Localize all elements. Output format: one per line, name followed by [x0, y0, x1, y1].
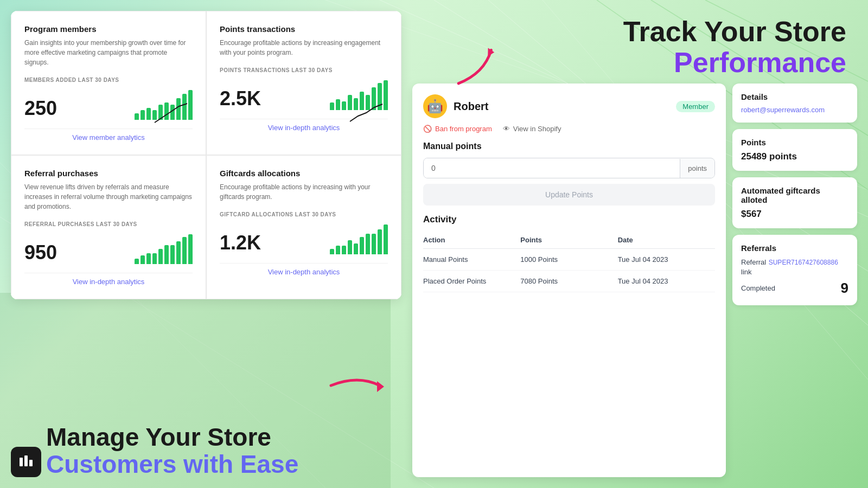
referral-purchases-card: Referral purchases View revenue lifts dr… — [11, 155, 206, 299]
bar — [378, 229, 382, 254]
bar — [366, 234, 370, 254]
giftcards-title: Giftcards allocations — [220, 169, 388, 178]
member-header: 🤖 Robert Member — [423, 94, 715, 118]
activity-col-date: Date — [618, 236, 715, 244]
referral-metric-label: REFERRAL PURCHASES LAST 30 DAYS — [24, 221, 193, 227]
bar — [141, 255, 145, 264]
program-members-metric-label: MEMBERS ADDED LAST 30 DAYS — [24, 77, 193, 83]
manual-points-section: Manual points points Update Points — [423, 142, 715, 206]
activity-table-header: Action Points Date — [423, 232, 715, 249]
view-in-shopify-button[interactable]: 👁 View in Shopify — [503, 125, 561, 133]
details-email: robert@superrewards.com — [741, 106, 848, 114]
referral-purchases-description: View revenue lifts driven by referrals a… — [24, 182, 193, 211]
points-card-title: Points — [741, 138, 848, 147]
svg-rect-15 — [29, 460, 33, 466]
bar — [164, 245, 169, 264]
manual-points-title: Manual points — [423, 142, 715, 151]
activity-date-1: Tue Jul 04 2023 — [618, 255, 715, 264]
details-sidebar: Details robert@superrewards.com Points 2… — [732, 84, 857, 477]
activity-row-1: Manual Points 1000 Points Tue Jul 04 202… — [423, 249, 715, 271]
giftcards-alloted-value: $567 — [741, 209, 848, 220]
bar — [182, 237, 187, 264]
activity-section: Activity Action Points Date Manual Point… — [423, 214, 715, 292]
svg-rect-14 — [24, 455, 28, 466]
bar — [360, 237, 364, 254]
activity-row-2: Placed Order Points 7080 Points Tue Jul … — [423, 271, 715, 292]
details-card: Details robert@superrewards.com — [732, 84, 857, 123]
program-members-title: Program members — [24, 24, 193, 34]
activity-action-1: Manual Points — [423, 255, 520, 264]
ban-icon: 🚫 — [423, 125, 432, 133]
points-transactions-value: 2.5K — [220, 87, 261, 110]
bar — [336, 246, 340, 254]
view-giftcards-analytics-link[interactable]: View in-depth analytics — [220, 263, 388, 276]
bar — [354, 243, 358, 254]
activity-title: Activity — [423, 214, 715, 225]
bar — [188, 234, 193, 264]
points-transactions-title: Points transactions — [220, 24, 388, 34]
ban-label: Ban from program — [435, 125, 492, 133]
activity-col-points: Points — [520, 236, 617, 244]
activity-points-2: 7080 Points — [520, 277, 617, 285]
view-member-analytics-link[interactable]: View member analytics — [24, 129, 193, 142]
bar — [348, 240, 352, 254]
giftcards-card: Giftcards allocations Encourage profitab… — [206, 155, 401, 299]
bar — [141, 110, 145, 120]
trend-line-svg — [155, 101, 193, 125]
update-points-button[interactable]: Update Points — [423, 184, 715, 206]
bar — [372, 234, 376, 254]
referrals-card: Referrals Referral SUPER7167427608886 li… — [732, 235, 857, 305]
arrow-right-decoration — [326, 369, 391, 404]
points-value: 25489 points — [741, 151, 848, 162]
manage-section: Manage Your Store Customers with Ease — [46, 423, 298, 478]
manual-points-input[interactable] — [424, 158, 680, 178]
middle-section: 🤖 Robert Member 🚫 Ban from program 👁 Vie… — [412, 84, 857, 477]
points-input-row: points — [423, 158, 715, 178]
points-transactions-chart — [330, 78, 388, 110]
bar — [135, 259, 139, 264]
member-actions: 🚫 Ban from program 👁 View in Shopify — [423, 125, 715, 133]
bar — [135, 113, 139, 120]
manage-title-line1: Manage Your Store — [46, 423, 298, 451]
activity-table: Action Points Date Manual Points 1000 Po… — [423, 232, 715, 292]
points-card: Points 25489 points — [732, 129, 857, 171]
points-transactions-card: Points transactions Encourage profitable… — [206, 11, 401, 155]
referral-completed-count: 9 — [841, 280, 848, 297]
bar — [342, 246, 346, 254]
bar — [384, 224, 388, 254]
referral-completed-label: Completed — [741, 284, 775, 292]
giftcards-description: Encourage profitable actions by increasi… — [220, 182, 388, 202]
svg-rect-13 — [20, 458, 23, 466]
bar — [146, 108, 151, 120]
referral-chart — [135, 232, 193, 264]
referral-link-label: Referral — [741, 258, 766, 266]
member-identity: 🤖 Robert — [423, 94, 488, 118]
eye-icon: 👁 — [503, 125, 510, 133]
referral-link-value[interactable]: SUPER7167427608886 — [769, 259, 838, 266]
member-avatar: 🤖 — [423, 94, 447, 118]
logo-icon — [17, 453, 35, 471]
bar — [330, 102, 334, 110]
giftcards-chart — [330, 222, 388, 254]
points-transactions-description: Encourage profitable actions by increasi… — [220, 38, 388, 57]
view-referral-analytics-link[interactable]: View in-depth analytics — [24, 273, 193, 286]
trend-line-svg2 — [350, 101, 388, 125]
ban-from-program-button[interactable]: 🚫 Ban from program — [423, 125, 492, 133]
bar — [336, 99, 340, 110]
bar — [158, 249, 163, 264]
member-name: Robert — [454, 100, 488, 113]
program-members-value: 250 — [24, 97, 57, 120]
activity-col-action: Action — [423, 236, 520, 244]
analytics-cards-grid: Program members Gain insights into your … — [11, 11, 401, 299]
bar — [146, 253, 151, 264]
analytics-panel: Program members Gain insights into your … — [11, 11, 401, 477]
giftcards-alloted-title: Automated giftcards alloted — [741, 186, 848, 204]
svg-marker-12 — [377, 381, 384, 392]
activity-action-2: Placed Order Points — [423, 277, 520, 285]
referral-completed-row: Completed 9 — [741, 280, 848, 297]
activity-points-1: 1000 Points — [520, 255, 617, 264]
avatar-emoji: 🤖 — [427, 99, 443, 114]
giftcards-alloted-card: Automated giftcards alloted $567 — [732, 177, 857, 228]
bar — [152, 253, 157, 264]
shopify-label: View in Shopify — [513, 125, 561, 133]
